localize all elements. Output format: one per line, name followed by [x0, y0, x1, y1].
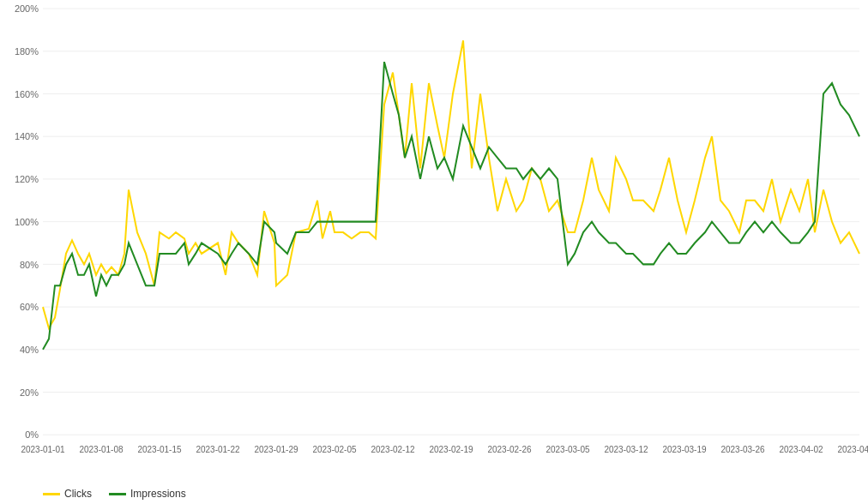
chart-container: 0% 20% 40% 60% 80% 100% 120% 140% 160% 1…: [0, 0, 868, 504]
svg-text:2023-02-19: 2023-02-19: [429, 445, 473, 454]
clicks-line: [43, 40, 859, 328]
svg-text:2023-01-01: 2023-01-01: [21, 445, 64, 454]
chart-svg: 0% 20% 40% 60% 80% 100% 120% 140% 160% 1…: [43, 9, 859, 453]
chart-area: 0% 20% 40% 60% 80% 100% 120% 140% 160% 1…: [43, 9, 859, 453]
svg-text:2023-03-26: 2023-03-26: [720, 445, 764, 454]
svg-text:2023-03-12: 2023-03-12: [604, 445, 648, 454]
svg-text:2023-02-05: 2023-02-05: [312, 445, 356, 454]
clicks-color-swatch: [43, 493, 60, 495]
svg-text:2023-01-29: 2023-01-29: [254, 445, 298, 454]
svg-text:160%: 160%: [15, 88, 39, 99]
svg-text:2023-01-22: 2023-01-22: [196, 445, 239, 454]
impressions-label: Impressions: [130, 488, 186, 500]
chart-legend: Clicks Impressions: [43, 488, 186, 500]
svg-text:100%: 100%: [15, 217, 39, 227]
svg-text:2023-01-08: 2023-01-08: [79, 445, 123, 454]
svg-text:180%: 180%: [15, 46, 39, 57]
svg-text:40%: 40%: [20, 345, 39, 355]
svg-text:2023-04-09: 2023-04-09: [837, 445, 868, 454]
svg-text:20%: 20%: [20, 387, 39, 398]
svg-text:140%: 140%: [15, 131, 39, 141]
legend-clicks: Clicks: [43, 488, 92, 500]
svg-text:80%: 80%: [20, 259, 39, 269]
svg-text:200%: 200%: [15, 3, 39, 14]
svg-text:0%: 0%: [25, 429, 39, 440]
svg-text:2023-01-15: 2023-01-15: [137, 445, 181, 454]
svg-text:2023-02-12: 2023-02-12: [371, 445, 414, 454]
impressions-color-swatch: [109, 493, 126, 495]
legend-impressions: Impressions: [109, 488, 186, 500]
svg-text:2023-03-19: 2023-03-19: [662, 445, 706, 454]
clicks-label: Clicks: [64, 488, 92, 500]
svg-text:60%: 60%: [20, 302, 39, 312]
svg-text:2023-03-05: 2023-03-05: [546, 445, 589, 454]
svg-text:120%: 120%: [15, 174, 39, 184]
svg-text:2023-02-26: 2023-02-26: [487, 445, 531, 454]
svg-text:2023-04-02: 2023-04-02: [779, 445, 823, 454]
